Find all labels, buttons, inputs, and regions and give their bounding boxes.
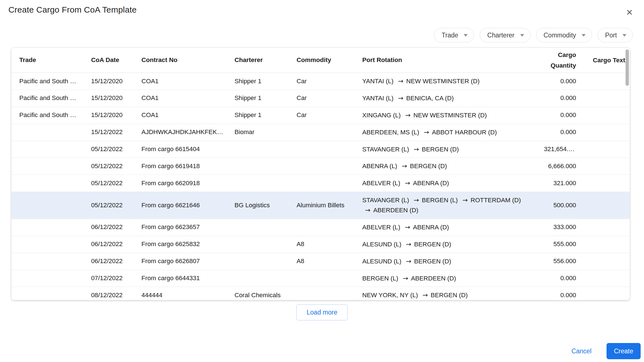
cell-commodity: Car	[297, 110, 362, 120]
table-row[interactable]: 15/12/2022 AJDHWKAJHDKJAHKFEK… Biomar AB…	[11, 124, 630, 141]
cell-cargo-quantity: 0.000	[544, 110, 579, 120]
cell-cargo-quantity: 0.000	[544, 93, 579, 103]
vertical-scrollbar[interactable]	[625, 48, 629, 300]
table-row[interactable]: 05/12/2022 From cargo 6620918 ABELVER (L…	[11, 175, 630, 192]
column-header-cargo-text: Cargo Text	[579, 55, 630, 65]
table-row[interactable]: Pacific and South … 15/12/2020 COA1 Ship…	[11, 73, 630, 90]
port-name: ABENRA (L)	[362, 163, 397, 170]
cell-coa-date: 06/12/2022	[91, 256, 141, 266]
port-rotation-segment: →BERGEN (D)	[403, 241, 451, 248]
port-name: BERGEN (D)	[422, 146, 459, 153]
cell-charterer: BG Logistics	[235, 201, 297, 210]
filter-trade[interactable]: Trade	[434, 28, 474, 42]
cell-cargo-quantity: 321,654.000	[544, 144, 579, 154]
scrollbar-thumb[interactable]	[626, 49, 629, 86]
cell-commodity: Car	[297, 77, 362, 86]
port-rotation-segment: →BERGEN (D)	[403, 258, 451, 265]
cell-contract-no: COA1	[141, 77, 235, 86]
port-name: ABENRA (D)	[413, 224, 449, 231]
cell-cargo-quantity: 333.000	[544, 222, 579, 232]
cell-contract-no: From cargo 6644331	[141, 273, 235, 283]
cell-cargo-quantity: 0.000	[544, 127, 579, 137]
arrow-right-icon: →	[414, 196, 419, 204]
port-rotation-segment: →BERGEN (D)	[399, 163, 447, 170]
table-row[interactable]: 06/12/2022 From cargo 6623657 ABELVER (L…	[11, 219, 630, 236]
cell-cargo-quantity: 556.000	[544, 256, 579, 266]
table-row[interactable]: 05/12/2022 From cargo 6621646 BG Logisti…	[11, 192, 630, 219]
table-row[interactable]: Pacific and South … 15/12/2020 COA1 Ship…	[11, 90, 630, 107]
port-rotation-segment: →BENICIA, CA (D)	[395, 95, 454, 102]
port-name: BERGEN (L)	[362, 275, 398, 282]
table-body: Pacific and South … 15/12/2020 COA1 Ship…	[11, 73, 630, 300]
cell-contract-no: 444444	[141, 290, 235, 300]
column-header-coa-date: CoA Date	[91, 55, 141, 65]
port-name: XINGANG (L)	[362, 112, 401, 119]
arrow-right-icon: →	[402, 162, 407, 170]
table-row[interactable]: Pacific and South … 15/12/2020 COA1 Ship…	[11, 107, 630, 124]
arrow-right-icon: →	[422, 291, 428, 299]
cell-charterer: Biomar	[235, 127, 297, 137]
cell-contract-no: From cargo 6625832	[141, 239, 235, 249]
port-name: NEW YORK, NY (L)	[362, 292, 418, 299]
arrow-right-icon: →	[405, 223, 410, 231]
filter-charterer[interactable]: Charterer	[480, 28, 530, 42]
cell-port-rotation: ALESUND (L) →BERGEN (D)	[362, 236, 544, 253]
chevron-down-icon	[582, 34, 586, 37]
cell-coa-date: 05/12/2022	[91, 161, 141, 171]
cell-coa-date: 05/12/2022	[91, 178, 141, 188]
cell-coa-date: 15/12/2020	[91, 77, 141, 86]
column-header-cargo-quantity: Cargo Quantity	[544, 50, 579, 70]
table-row[interactable]: 06/12/2022 From cargo 6626807 A8 ALESUND…	[11, 253, 630, 270]
table-row[interactable]: 05/12/2022 From cargo 6619418 ABENRA (L)…	[11, 158, 630, 175]
create-button[interactable]: Create	[607, 343, 641, 359]
port-name: ROTTERDAM (D)	[470, 197, 521, 204]
cell-charterer: Shipper 1	[235, 93, 297, 103]
filter-commodity[interactable]: Commodity	[536, 28, 592, 42]
chevron-down-icon	[520, 34, 524, 37]
cell-port-rotation: ALESUND (L) →BERGEN (D)	[362, 253, 544, 270]
cell-port-rotation: STAVANGER (L) →BERGEN (L) →ROTTERDAM (D)…	[362, 192, 544, 219]
arrow-right-icon: →	[398, 77, 403, 85]
port-name: ABERDEEN (D)	[411, 275, 456, 282]
port-name: ALESUND (L)	[362, 241, 401, 248]
cell-trade: Pacific and South …	[11, 93, 91, 103]
table-row[interactable]: 08/12/2022 444444 Coral Chemicals NEW YO…	[11, 287, 630, 300]
port-name: BERGEN (D)	[431, 292, 468, 299]
port-name: BERGEN (D)	[414, 241, 451, 248]
close-icon[interactable]: ✕	[623, 6, 636, 18]
cell-coa-date: 15/12/2020	[91, 110, 141, 120]
port-name: NEW WESTMINSTER (D)	[413, 112, 487, 119]
cell-coa-date: 05/12/2022	[91, 144, 141, 154]
port-name: ABBOT HARBOUR (D)	[432, 129, 497, 136]
filter-port-label: Port	[605, 32, 617, 39]
table-row[interactable]: 05/12/2022 From cargo 6615404 STAVANGER …	[11, 141, 630, 158]
cell-coa-date: 07/12/2022	[91, 273, 141, 283]
arrow-right-icon: →	[406, 258, 411, 265]
cell-coa-date: 06/12/2022	[91, 239, 141, 249]
cell-trade: Pacific and South …	[11, 77, 91, 86]
cell-cargo-quantity: 321.000	[544, 178, 579, 188]
arrow-right-icon: →	[405, 179, 410, 187]
table-row[interactable]: 07/12/2022 From cargo 6644331 BERGEN (L)…	[11, 270, 630, 287]
port-name: ABENRA (D)	[413, 180, 449, 187]
port-rotation-segment: →ABENRA (D)	[402, 180, 449, 187]
port-name: STAVANGER (L)	[362, 146, 409, 153]
port-rotation-segment: →BERGEN (D)	[411, 146, 459, 153]
load-more-button[interactable]: Load more	[296, 304, 348, 320]
table-row[interactable]: 06/12/2022 From cargo 6625832 A8 ALESUND…	[11, 236, 630, 253]
filter-port[interactable]: Port	[598, 28, 633, 42]
cancel-button[interactable]: Cancel	[567, 345, 595, 358]
cell-port-rotation: YANTAI (L) →BENICIA, CA (D)	[362, 90, 544, 107]
cell-coa-date: 06/12/2022	[91, 222, 141, 232]
cell-coa-date: 15/12/2022	[91, 127, 141, 137]
port-name: ABELVER (L)	[362, 180, 400, 187]
cell-coa-date: 05/12/2022	[91, 201, 141, 210]
footer-actions: Cancel Create	[567, 343, 641, 359]
port-name: STAVANGER (L)	[362, 197, 409, 204]
cell-cargo-quantity: 0.000	[544, 290, 579, 300]
cell-commodity: A8	[297, 256, 362, 266]
chevron-down-icon	[464, 34, 468, 37]
cell-coa-date: 08/12/2022	[91, 290, 141, 300]
cell-contract-no: From cargo 6621646	[141, 201, 235, 210]
port-name: NEW WESTMINSTER (D)	[406, 78, 479, 85]
